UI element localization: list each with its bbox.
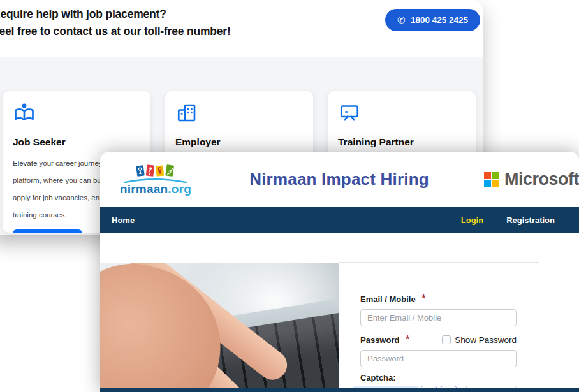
office-building-icon: [175, 101, 198, 124]
help-banner: Require help with job placement? Feel fr…: [0, 0, 483, 57]
phone-number-label: 1800 425 2425: [411, 15, 468, 25]
reader-book-icon: [13, 101, 36, 124]
email-input[interactable]: [360, 309, 517, 326]
tollfree-phone-button[interactable]: ✆ 1800 425 2425: [385, 9, 480, 31]
nav-right-group: Login Registration: [461, 215, 555, 225]
show-password-checkbox[interactable]: [442, 335, 451, 344]
screenshot-canvas: Require help with job placement? Feel fr…: [0, 0, 579, 392]
required-asterisk: *: [421, 293, 425, 304]
password-label: Password: [360, 335, 399, 345]
brand-wordmark: nirmaan.org: [120, 183, 191, 195]
login-section: Email / Mobile * Password * Show Passwor…: [100, 233, 579, 392]
typing-hands-photo: [100, 263, 339, 388]
show-password-toggle[interactable]: Show Password: [442, 335, 517, 345]
nirmaan-logo[interactable]: nirmaan.org: [117, 164, 194, 195]
nirmaan-logo-tiles-icon: [135, 164, 177, 178]
phone-icon: ✆: [397, 15, 406, 25]
brand-name: nirmaan: [120, 182, 168, 196]
required-asterisk: *: [406, 334, 409, 345]
microsoft-wordmark: Microsoft: [504, 170, 579, 189]
captcha-label: Captcha:: [360, 373, 517, 382]
register-now-button[interactable]: Register Now: [13, 229, 82, 233]
card-title: Training Partner: [338, 136, 465, 148]
site-header: nirmaan.org Nirmaan Impact Hiring Micros…: [100, 152, 579, 207]
page-title: Nirmaan Impact Hiring: [194, 170, 484, 189]
microsoft-logo: Microsoft: [484, 170, 579, 189]
nav-home[interactable]: Home: [112, 215, 135, 225]
brand-suffix: .org: [168, 182, 191, 196]
presentation-board-icon: [338, 101, 361, 124]
password-input[interactable]: [360, 350, 517, 367]
card-title: Employer: [175, 136, 303, 148]
card-title: Job Seeker: [13, 136, 140, 148]
footer-bar: [100, 388, 579, 392]
nav-registration[interactable]: Registration: [506, 215, 555, 225]
login-form-card: Email / Mobile * Password * Show Passwor…: [339, 262, 539, 389]
nirmaan-impact-hiring-window: nirmaan.org Nirmaan Impact Hiring Micros…: [100, 152, 579, 392]
nav-login[interactable]: Login: [461, 215, 483, 225]
microsoft-squares-icon: [484, 172, 499, 187]
show-password-label: Show Password: [455, 335, 517, 345]
main-nav: Home Login Registration: [100, 207, 579, 233]
email-label: Email / Mobile: [360, 294, 416, 304]
